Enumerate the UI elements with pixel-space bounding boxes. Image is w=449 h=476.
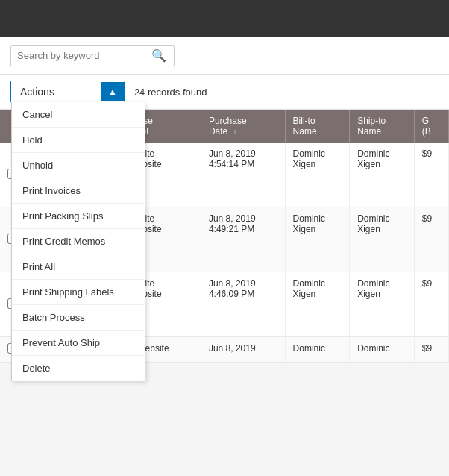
search-icon[interactable]: 🔍 — [151, 48, 166, 63]
th-purchase-date[interactable]: PurchaseDate ↑ — [201, 110, 285, 143]
sort-arrow-icon: ↑ — [233, 128, 237, 136]
row-purchase-date: Jun 8, 20194:54:14 PM — [201, 143, 285, 207]
row-grand-total: $9 — [414, 272, 448, 337]
row-grand-total: $9 — [414, 337, 448, 363]
row-bill-to: DominicXigen — [285, 272, 350, 337]
top-bar — [0, 0, 449, 37]
search-input[interactable] — [17, 50, 151, 61]
actions-dropdown: Actions ▲ CancelHoldUnholdPrint Invoices… — [10, 81, 125, 103]
dropdown-item-batch-process[interactable]: Batch Process — [12, 305, 145, 331]
row-ship-to: DominicXigen — [350, 143, 415, 207]
dropdown-item-print-all[interactable]: Print All — [12, 254, 145, 280]
dropdown-item-delete[interactable]: Delete — [12, 356, 145, 381]
dropdown-item-print-credit-memos[interactable]: Print Credit Memos — [12, 229, 145, 254]
row-purchase-date: Jun 8, 20194:46:09 PM — [201, 272, 285, 337]
dropdown-item-print-shipping-labels[interactable]: Print Shipping Labels — [12, 280, 145, 305]
dropdown-item-print-invoices[interactable]: Print Invoices — [12, 178, 145, 204]
row-bill-to: DominicXigen — [285, 207, 350, 272]
dropdown-item-prevent-auto-ship[interactable]: Prevent Auto Ship — [12, 331, 145, 356]
actions-bar: Actions ▲ CancelHoldUnholdPrint Invoices… — [0, 75, 449, 110]
dropdown-item-hold[interactable]: Hold — [12, 128, 145, 153]
row-purchase-date: Jun 8, 2019 — [201, 337, 285, 363]
row-grand-total: $9 — [414, 143, 448, 207]
row-grand-total: $9 — [414, 207, 448, 272]
row-bill-to: Dominic — [285, 337, 350, 363]
row-purchase-date: Jun 8, 20194:49:21 PM — [201, 207, 285, 272]
row-bill-to: DominicXigen — [285, 143, 350, 207]
th-ship-to-name[interactable]: Ship-toName — [350, 110, 415, 143]
row-ship-to: DominicXigen — [350, 272, 415, 337]
dropdown-menu: CancelHoldUnholdPrint InvoicesPrint Pack… — [11, 102, 145, 381]
search-wrapper: 🔍 — [10, 45, 175, 66]
actions-label: Actions — [11, 81, 101, 102]
search-toolbar: 🔍 — [0, 37, 449, 75]
th-grand-total[interactable]: G(B — [414, 110, 448, 143]
row-ship-to: DominicXigen — [350, 207, 415, 272]
actions-arrow-button[interactable]: ▲ — [101, 82, 125, 101]
row-ship-to: Dominic — [350, 337, 415, 363]
dropdown-item-cancel[interactable]: Cancel — [12, 102, 145, 128]
dropdown-item-print-packing-slips[interactable]: Print Packing Slips — [12, 204, 145, 229]
dropdown-item-unhold[interactable]: Unhold — [12, 153, 145, 178]
th-bill-to-name[interactable]: Bill-toName — [285, 110, 350, 143]
records-count: 24 records found — [134, 87, 207, 98]
